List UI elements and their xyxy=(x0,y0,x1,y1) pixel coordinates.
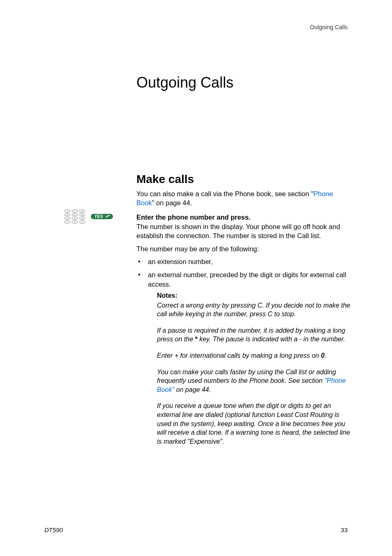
svg-text:4: 4 xyxy=(67,214,68,216)
svg-text:7: 7 xyxy=(67,218,68,220)
intro-pre: You can also make a call via the Phone b… xyxy=(136,190,314,197)
running-header: Outgoing Calls xyxy=(310,24,348,30)
svg-text:8: 8 xyxy=(74,218,76,220)
svg-text:6: 6 xyxy=(82,214,83,216)
svg-text:3: 3 xyxy=(82,210,83,212)
svg-text:1: 1 xyxy=(67,210,68,212)
svg-text:9: 9 xyxy=(82,218,83,220)
notes-p1: Correct a wrong entry by pressing C. If … xyxy=(157,301,353,319)
section-title: Make calls xyxy=(136,173,194,186)
intro-post: " on page 44. xyxy=(152,199,192,206)
bullet-list: an extension number, an external number,… xyxy=(136,257,352,293)
handset-icon xyxy=(105,214,111,218)
list-item: an external number, preceded by the digi… xyxy=(136,270,352,289)
svg-text:5: 5 xyxy=(74,214,76,216)
notes-heading: Notes: xyxy=(157,291,353,300)
svg-text:2: 2 xyxy=(74,210,76,212)
footer-model: DT590 xyxy=(44,526,63,533)
svg-text:#: # xyxy=(82,221,83,223)
notes-p3: Enter + for international calls by makin… xyxy=(157,351,353,360)
instruction-heading: Enter the phone number and press. xyxy=(136,213,353,221)
svg-text:*: * xyxy=(67,221,68,223)
yes-button-icon: YES xyxy=(91,214,113,219)
notes-block: Notes: Correct a wrong entry by pressing… xyxy=(157,291,353,453)
footer-page-number: 33 xyxy=(341,526,348,533)
svg-text:0: 0 xyxy=(74,221,76,223)
list-item: an extension number, xyxy=(136,257,352,266)
zero-key: 0 xyxy=(321,352,325,359)
intro-paragraph: You can also make a call via the Phone b… xyxy=(136,189,352,208)
notes-p4: You can make your calls faster by using … xyxy=(157,368,353,394)
notes-p2: If a pause is required in the number, it… xyxy=(157,326,353,344)
yes-label: YES xyxy=(94,214,103,219)
page-title: Outgoing Calls xyxy=(136,74,233,91)
instruction-body: The number is shown in the display. Your… xyxy=(136,222,353,241)
instruction-block: Enter the phone number and press. The nu… xyxy=(136,213,353,241)
follow-paragraph: The number may be any of the following: xyxy=(136,245,352,253)
keypad-icon: 123 456 789 *0# xyxy=(64,209,86,224)
notes-p5: If you receive a queue tone when the dig… xyxy=(157,401,353,446)
instruction-icons: 123 456 789 *0# YES xyxy=(64,209,129,225)
